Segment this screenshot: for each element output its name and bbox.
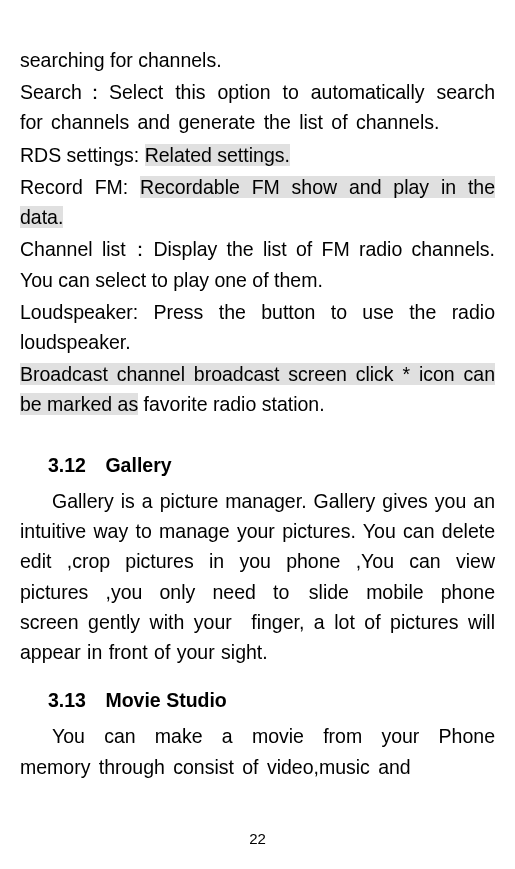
broadcast-tail: favorite radio station. xyxy=(138,393,324,415)
paragraph-loudspeaker: Loudspeaker: Press the button to use the… xyxy=(20,297,495,357)
broadcast-highlight-line2: be marked as xyxy=(20,393,138,415)
record-prefix: Record FM: xyxy=(20,176,140,198)
paragraph-gallery: Gallery is a picture manager. Gallery gi… xyxy=(20,486,495,667)
page-number: 22 xyxy=(0,830,515,847)
paragraph-channellist: Channel list：Display the list of FM radi… xyxy=(20,234,495,294)
document-content: searching for channels. Search：Select th… xyxy=(20,45,495,782)
heading-movie: 3.13 Movie Studio xyxy=(20,685,495,715)
rds-prefix: RDS settings: xyxy=(20,144,145,166)
paragraph-record: Record FM: Recordable FM show and play i… xyxy=(20,172,495,232)
broadcast-highlight-line1: Broadcast channel broadcast screen click… xyxy=(20,363,495,385)
heading-gallery: 3.12 Gallery xyxy=(20,450,495,480)
paragraph-movie: You can make a movie from your Phone mem… xyxy=(20,721,495,781)
rds-highlight: Related settings. xyxy=(145,144,290,166)
paragraph-broadcast: Broadcast channel broadcast screen click… xyxy=(20,359,495,419)
paragraph-rds: RDS settings: Related settings. xyxy=(20,140,495,170)
paragraph-searching: searching for channels. xyxy=(20,45,495,75)
paragraph-search: Search：Select this option to automatical… xyxy=(20,77,495,137)
